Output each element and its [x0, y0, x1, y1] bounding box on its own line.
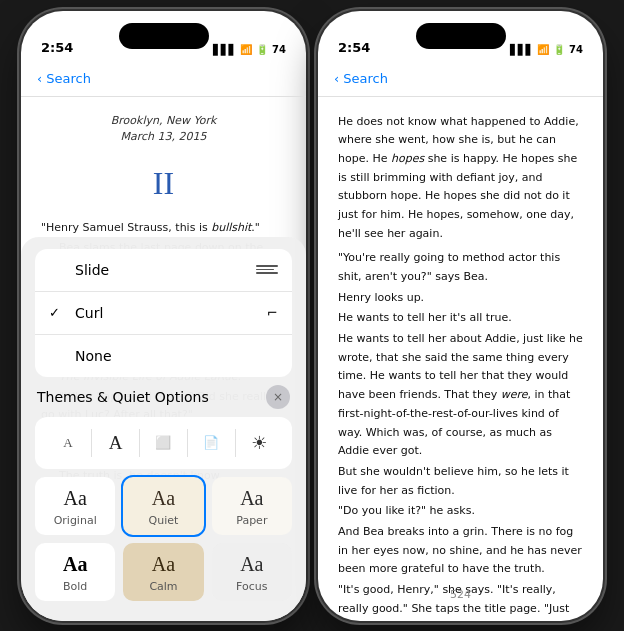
none-icon — [250, 346, 278, 366]
dynamic-island-right — [416, 23, 506, 49]
theme-paper-sample: Aa — [240, 487, 263, 510]
right-para-0: He does not know what happened to Addie,… — [338, 113, 583, 244]
right-para-3: He wants to tell her it's all true. — [338, 309, 583, 328]
divider-4 — [235, 429, 236, 457]
curl-option-left: ✓ Curl — [49, 305, 103, 321]
status-time-right: 2:54 — [338, 40, 370, 55]
battery-icon: 🔋 — [256, 44, 268, 55]
slide-icon — [250, 260, 278, 280]
curl-check: ✓ — [49, 305, 65, 320]
theme-original-name: Original — [54, 514, 97, 527]
slide-label: Slide — [75, 262, 109, 278]
theme-quiet-sample: Aa — [152, 487, 175, 510]
signal-icon: ▋▋▋ — [213, 44, 236, 55]
themes-title: Themes & Quiet Options — [37, 389, 209, 405]
right-para-5: But she wouldn't believe him, so he lets… — [338, 463, 583, 500]
nav-bar-left: ‹ Search — [21, 61, 306, 97]
book-date: March 13, 2015 — [41, 129, 286, 146]
left-phone: 2:54 ▋▋▋ 📶 🔋 74 ‹ Search Brooklyn, New Y… — [21, 11, 306, 621]
theme-paper[interactable]: Aa Paper — [212, 477, 292, 535]
right-para-1: "You're really going to method actor thi… — [338, 249, 583, 286]
overlay-panel: Slide ✓ Curl — [21, 237, 306, 621]
slide-option[interactable]: Slide — [35, 249, 292, 292]
theme-bold-sample: Aa — [63, 553, 87, 576]
back-label-right: Search — [343, 71, 388, 86]
dynamic-island — [119, 23, 209, 49]
theme-bold[interactable]: Aa Bold — [35, 543, 115, 601]
theme-bold-name: Bold — [63, 580, 87, 593]
none-option-left: None — [49, 348, 112, 364]
phones-container: 2:54 ▋▋▋ 📶 🔋 74 ‹ Search Brooklyn, New Y… — [11, 1, 613, 631]
wifi-icon-right: 📶 — [537, 44, 549, 55]
none-option[interactable]: None — [35, 335, 292, 377]
wifi-icon: 📶 — [240, 44, 252, 55]
close-button[interactable]: × — [266, 385, 290, 409]
status-time-left: 2:54 — [41, 40, 73, 55]
curl-icon: ⌐ — [267, 305, 278, 320]
status-icons-right: ▋▋▋ 📶 🔋 74 — [510, 44, 583, 55]
chevron-left-icon: ‹ — [37, 71, 42, 86]
theme-original[interactable]: Aa Original — [35, 477, 115, 535]
right-para-6: "Do you like it?" he asks. — [338, 502, 583, 521]
close-icon: × — [273, 390, 283, 404]
signal-icon-right: ▋▋▋ — [510, 44, 533, 55]
theme-focus-sample: Aa — [240, 553, 263, 576]
book-content-right: He does not know what happened to Addie,… — [318, 97, 603, 621]
brightness-button[interactable]: ☀️ — [241, 425, 277, 461]
scroll-lines-icon — [256, 265, 278, 274]
back-button-left[interactable]: ‹ Search — [37, 71, 91, 86]
font-style-button[interactable]: ⬜ — [145, 425, 181, 461]
book-location: Brooklyn, New York — [41, 113, 286, 130]
theme-original-sample: Aa — [64, 487, 87, 510]
theme-calm-sample: Aa — [152, 553, 175, 576]
battery-level: 74 — [272, 44, 286, 55]
theme-paper-name: Paper — [236, 514, 267, 527]
theme-calm-name: Calm — [149, 580, 177, 593]
right-para-2: Henry looks up. — [338, 289, 583, 308]
right-phone: 2:54 ▋▋▋ 📶 🔋 74 ‹ Search He does not kno… — [318, 11, 603, 621]
theme-grid: Aa Original Aa Quiet Aa Paper Aa Bold Aa — [35, 477, 292, 601]
back-label-left: Search — [46, 71, 91, 86]
theme-quiet[interactable]: Aa Quiet — [123, 477, 203, 535]
curl-option[interactable]: ✓ Curl ⌐ — [35, 292, 292, 335]
font-page-button[interactable]: 📄 — [193, 425, 229, 461]
font-increase-button[interactable]: A — [98, 425, 134, 461]
right-para-4: He wants to tell her about Addie, just l… — [338, 330, 583, 461]
right-para-7: And Bea breaks into a grin. There is no … — [338, 523, 583, 579]
page-number: 524 — [450, 586, 471, 605]
theme-calm[interactable]: Aa Calm — [123, 543, 203, 601]
none-check — [49, 348, 65, 363]
divider-2 — [139, 429, 140, 457]
font-decrease-button[interactable]: A — [50, 425, 86, 461]
chevron-left-icon-right: ‹ — [334, 71, 339, 86]
curl-icon-container: ⌐ — [250, 303, 278, 323]
chapter-number: II — [41, 158, 286, 209]
theme-focus[interactable]: Aa Focus — [212, 543, 292, 601]
font-controls: A A ⬜ 📄 ☀️ — [35, 417, 292, 469]
status-icons-left: ▋▋▋ 📶 🔋 74 — [213, 44, 286, 55]
slide-option-left: Slide — [49, 262, 109, 278]
theme-focus-name: Focus — [236, 580, 267, 593]
back-button-right[interactable]: ‹ Search — [334, 71, 388, 86]
nav-bar-right: ‹ Search — [318, 61, 603, 97]
battery-level-right: 74 — [569, 44, 583, 55]
curl-label: Curl — [75, 305, 103, 321]
book-para-0: "Henry Samuel Strauss, this is bullshit.… — [41, 219, 286, 237]
theme-quiet-name: Quiet — [149, 514, 179, 527]
battery-icon-right: 🔋 — [553, 44, 565, 55]
slide-check — [49, 262, 65, 277]
transition-menu: Slide ✓ Curl — [35, 249, 292, 377]
none-label: None — [75, 348, 112, 364]
divider-3 — [187, 429, 188, 457]
divider-1 — [91, 429, 92, 457]
themes-header: Themes & Quiet Options × — [35, 385, 292, 409]
book-header: Brooklyn, New York March 13, 2015 — [41, 113, 286, 146]
